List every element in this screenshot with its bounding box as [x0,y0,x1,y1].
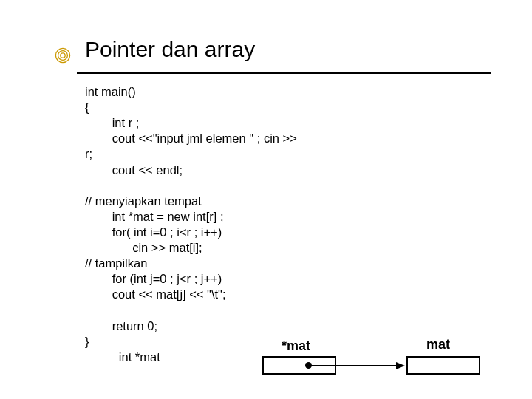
svg-marker-4 [396,362,405,369]
code-line: int r ; [85,116,139,129]
label-mat: mat [426,337,450,352]
svg-point-1 [58,51,68,61]
code-line: // tampilkan [85,256,147,270]
pointer-diagram: *mat mat [262,341,506,386]
code-line: int *mat [85,350,160,364]
code-line: cout << mat[j] << "\t"; [85,287,226,301]
code-line: } [85,335,89,348]
code-line: int *mat = new int[r] ; [85,210,224,223]
code-line: // menyiapkan tempat [85,194,202,208]
arrow-right-icon [309,364,405,371]
title-underline [77,72,491,74]
code-line: r; [85,147,92,160]
code-line: cout << endl; [85,163,183,177]
code-line: for( int i=0 ; i<r ; i++) [85,225,222,239]
svg-point-2 [61,53,65,58]
code-line: int main() [85,85,136,98]
code-line: cout <<"input jml elemen " ; cin >> [85,132,297,145]
code-line: cin >> mat[i]; [85,241,202,254]
label-deref: *mat [282,338,310,354]
spiral-bullet-icon [55,47,71,64]
code-line: return 0; [85,319,157,332]
slide: Pointer dan array int main() { int r ; c… [0,0,532,399]
code-line: for (int j=0 ; j<r ; j++) [85,272,222,285]
target-box [406,356,480,375]
code-block: int main() { int r ; cout <<"input jml e… [85,84,502,365]
code-line: { [85,100,89,114]
slide-title: Pointer dan array [85,37,502,62]
